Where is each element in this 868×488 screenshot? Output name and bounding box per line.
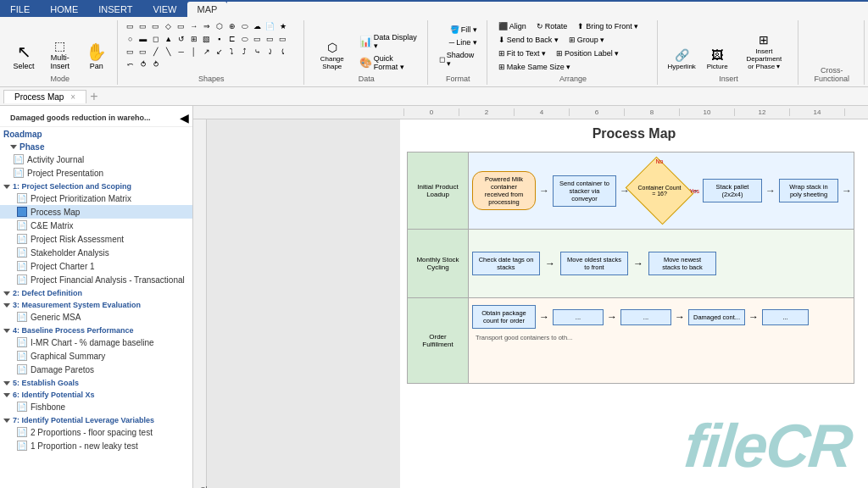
section6-header[interactable]: 6: Identify Potential Xs — [0, 388, 192, 400]
nav-prioritization[interactable]: 📄 Project Prioritization Matrix — [0, 191, 192, 205]
nav-msa[interactable]: 📄 Generic MSA — [0, 310, 192, 324]
shape-arrow1[interactable]: → — [188, 20, 200, 32]
shape-r28[interactable]: ⥁ — [150, 58, 162, 70]
shape-rect2[interactable]: ▭ — [137, 20, 149, 32]
shape-r9[interactable]: ⬭ — [239, 33, 251, 45]
fit-text-button[interactable]: ⊞ Fit to Text ▾ — [494, 47, 550, 59]
tab-map[interactable]: MAP — [187, 2, 228, 18]
shape-r27[interactable]: ⥀ — [137, 58, 149, 70]
node-send-container[interactable]: Send container to stacker via conveyor — [553, 175, 616, 207]
send-back-button[interactable]: ⬇ Send to Back ▾ — [494, 34, 563, 46]
tab-close-button[interactable]: × — [70, 92, 75, 102]
shape-rect4[interactable]: ▭ — [175, 20, 187, 32]
node-package-count[interactable]: Obtain package count for order — [472, 305, 536, 329]
shape-arrow2[interactable]: ⇒ — [201, 20, 213, 32]
line-button[interactable]: ─ Line ▾ — [445, 36, 481, 48]
shape-hex[interactable]: ⬡ — [214, 20, 225, 32]
shape-r19[interactable]: ↗ — [201, 46, 213, 58]
section1-header[interactable]: 1: Project Selection and Scoping — [0, 180, 192, 191]
nav-process-map[interactable]: Process Map — [0, 205, 192, 219]
tab-view[interactable]: VIEW — [142, 2, 186, 17]
shape-r17[interactable]: ─ — [175, 46, 187, 58]
change-shape-button[interactable]: ⬡ ChangeShape — [311, 25, 353, 73]
shape-rect[interactable]: ▭ — [125, 20, 136, 32]
node-move-newest[interactable]: Move newest stacks to back — [648, 252, 716, 275]
shape-r7[interactable]: ▪ — [214, 33, 225, 45]
shape-r10[interactable]: ▭ — [252, 33, 264, 45]
panel-collapse-button[interactable]: ◀ — [180, 111, 189, 125]
shape-r2[interactable]: ◻ — [150, 33, 162, 45]
node-move-oldest[interactable]: Move oldest stacks to front — [560, 252, 628, 275]
shape-r21[interactable]: ⤵ — [226, 46, 238, 58]
tab-insert[interactable]: INSERT — [88, 2, 142, 17]
shape-r3[interactable]: ▲ — [163, 33, 175, 45]
pan-button[interactable]: ✋ Pan — [81, 25, 112, 73]
fill-button[interactable]: 🪣 Fill ▾ — [446, 24, 481, 36]
shape-r20[interactable]: ↙ — [214, 46, 225, 58]
shape-rect3[interactable]: ▭ — [150, 20, 162, 32]
node-check-date[interactable]: Check date tags on stacks — [472, 252, 540, 275]
nav-activity-journal[interactable]: 📄 Activity Journal — [0, 152, 192, 166]
shape-r18[interactable]: │ — [188, 46, 200, 58]
shape-r6[interactable]: ▧ — [201, 33, 213, 45]
shape-r5[interactable]: ⊞ — [188, 33, 200, 45]
shape-plus[interactable]: ⊕ — [226, 20, 238, 32]
shape-r1[interactable]: ▬ — [137, 33, 149, 45]
process-canvas[interactable]: Process Map Initial ProductLoadup Powere… — [400, 119, 868, 488]
shape-r11[interactable]: ▭ — [264, 33, 276, 45]
node-of-5[interactable]: ... — [762, 309, 809, 325]
shape-circ[interactable]: ○ — [125, 33, 136, 45]
shape-cloud[interactable]: ☁ — [252, 20, 264, 32]
position-button[interactable]: ⊞ Position Label ▾ — [552, 47, 623, 59]
make-same-size-button[interactable]: ⊞ Make Same Size ▾ — [494, 61, 576, 73]
shape-r24[interactable]: ⤸ — [264, 46, 276, 58]
node-wrap-stack[interactable]: Wrap stack in poly sheeting — [779, 179, 838, 202]
node-stack-pallet[interactable]: Stack pallet (2x2x4) — [703, 179, 762, 202]
quick-format-button[interactable]: 🎨 Quick Format ▾ — [355, 53, 422, 73]
shape-doc2[interactable]: 📄 — [264, 20, 276, 32]
shape-r12[interactable]: ▭ — [277, 33, 289, 45]
shape-r8[interactable]: ⊏ — [226, 33, 238, 45]
nav-fishbone[interactable]: 📄 Fishbone — [0, 400, 192, 413]
insert-dept-button[interactable]: ⊞ Insert Departmentor Phase ▾ — [736, 25, 792, 73]
shape-r16[interactable]: ╲ — [163, 46, 175, 58]
process-map-tab[interactable]: Process Map × — [3, 90, 86, 103]
nav-project-presentation[interactable]: 📄 Project Presentation — [0, 166, 192, 180]
new-tab-button[interactable]: + — [90, 89, 97, 104]
nav-graphical-summary[interactable]: 📄 Graphical Summary — [0, 349, 192, 363]
shape-ellipse[interactable]: ⬭ — [239, 20, 251, 32]
group-button[interactable]: ⊞ Group ▾ — [565, 34, 609, 46]
node-of-2[interactable]: ... — [553, 309, 604, 325]
nav-charter[interactable]: 📄 Project Charter 1 — [0, 259, 192, 273]
nav-proportions1[interactable]: 📄 2 Proportions - floor spacing test — [0, 425, 192, 439]
nav-stakeholder[interactable]: 📄 Stakeholder Analysis — [0, 246, 192, 259]
node-damaged-cont[interactable]: Damaged cont... — [688, 309, 745, 325]
shape-r22[interactable]: ⤴ — [239, 46, 251, 58]
nav-financial[interactable]: 📄 Project Financial Analysis - Transacti… — [0, 273, 192, 286]
hyperlink-button[interactable]: 🔗 Hyperlink — [665, 25, 698, 73]
select-button[interactable]: ↖ Select — [8, 25, 39, 73]
tab-home[interactable]: HOME — [40, 2, 88, 17]
nav-ce-matrix[interactable]: 📄 C&E Matrix — [0, 219, 192, 232]
nav-imr-chart[interactable]: 📄 I-MR Chart - % damage baseline — [0, 336, 192, 349]
multi-insert-button[interactable]: ⬚ Multi-Insert — [41, 25, 80, 73]
tab-file[interactable]: FILE — [0, 2, 40, 17]
shape-r23[interactable]: ⤷ — [252, 46, 264, 58]
section4-header[interactable]: 4: Baseline Process Performance — [0, 324, 192, 336]
nav-damage-paretos[interactable]: 📄 Damage Paretos — [0, 363, 192, 376]
bring-front-button[interactable]: ⬆ Bring to Front ▾ — [573, 20, 643, 32]
shape-r26[interactable]: ⤺ — [125, 58, 136, 70]
shape-r25[interactable]: ⤹ — [277, 46, 289, 58]
phase-section[interactable]: Phase — [0, 140, 192, 152]
roadmap-header[interactable]: Roadmap — [0, 127, 192, 140]
section2-header[interactable]: 2: Defect Definition — [0, 286, 192, 298]
align-button[interactable]: ⬛ Align — [494, 20, 531, 32]
shape-star[interactable]: ★ — [277, 20, 289, 32]
node-powered-milk[interactable]: Powered Milk container received from pro… — [472, 171, 536, 210]
nav-risk-assessment[interactable]: 📄 Project Risk Assessment — [0, 232, 192, 246]
node-of-3[interactable]: ... — [620, 309, 671, 325]
rotate-button[interactable]: ↻ Rotate — [532, 20, 572, 32]
shape-r13[interactable]: ▭ — [125, 46, 136, 58]
section7-header[interactable]: 7: Identify Potential Leverage Variables — [0, 413, 192, 425]
section5-header[interactable]: 5: Establish Goals — [0, 376, 192, 388]
